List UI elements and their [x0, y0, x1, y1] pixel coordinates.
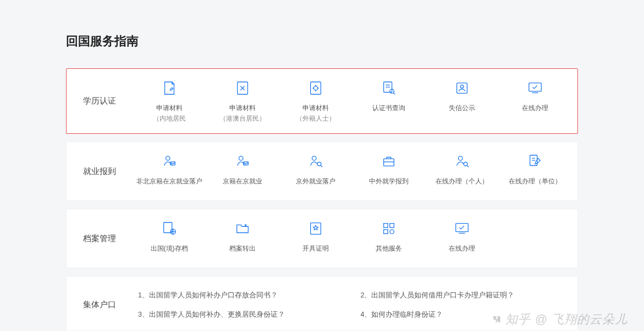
item-online-org[interactable]: 在线办理（单位） — [499, 150, 572, 189]
svg-point-8 — [166, 156, 170, 161]
item-nonbj-in-bj-settle[interactable]: 非北京籍在京就业落户 — [133, 150, 206, 189]
doc-write-icon — [160, 79, 179, 97]
item-sublabel: （外籍人士） — [296, 113, 335, 124]
svg-point-6 — [460, 85, 464, 88]
svg-point-16 — [464, 162, 468, 166]
item-cn-foreign-report[interactable]: 中外就学报到 — [353, 150, 426, 189]
folder-out-icon — [233, 219, 252, 238]
person-card-icon — [453, 79, 471, 97]
row-employment-report: 就业报到 非北京籍在京就业落户 京籍在京就业 京外就业落户 — [66, 142, 578, 201]
svg-point-2 — [313, 86, 318, 90]
doc-edit-icon — [233, 79, 252, 97]
item-label: 京籍在京就业 — [223, 176, 262, 187]
svg-rect-23 — [384, 230, 388, 234]
item-abroad-store[interactable]: 出国(境)存档 — [133, 217, 206, 256]
svg-rect-22 — [390, 224, 394, 228]
item-label: 在线办理 — [449, 243, 475, 254]
svg-point-13 — [317, 162, 321, 166]
svg-rect-1 — [311, 82, 321, 95]
svg-rect-21 — [384, 224, 388, 228]
row-employment-label: 就业报到 — [67, 150, 133, 193]
row-collective-hukou: 集体户口 1、出国留学人员如何补办户口存放合同书？ 2、出国留学人员如何借用户口… — [66, 276, 578, 331]
item-label: 申请材料 — [229, 103, 256, 113]
item-online-process[interactable]: 在线办理 — [499, 77, 572, 116]
doc-search-icon — [379, 79, 398, 97]
doc-pen-icon — [526, 152, 544, 171]
item-label: 非北京籍在京就业落户 — [136, 176, 202, 187]
faq-item-3[interactable]: 3、出国留学人员如何补办、更换居民身份证？ — [138, 310, 339, 319]
item-apply-material-foreign[interactable]: 申请材料 （外籍人士） — [279, 77, 352, 126]
row-archive-mgmt: 档案管理 出国(境)存档 档案转出 开具证明 — [66, 209, 578, 268]
monitor-check-icon — [453, 219, 471, 238]
faq-item-2[interactable]: 2、出国留学人员如何借用户口卡办理户籍证明？ — [361, 291, 562, 300]
item-label: 申请材料 — [156, 103, 183, 113]
item-label: 出国(境)存档 — [151, 243, 188, 254]
item-other-service[interactable]: 其他服务 — [353, 217, 426, 256]
faq-item-1[interactable]: 1、出国留学人员如何补办户口存放合同书？ — [138, 291, 339, 300]
svg-rect-25 — [456, 224, 469, 232]
grid-plus-icon — [379, 219, 398, 238]
monitor-check-icon — [526, 79, 544, 97]
svg-point-12 — [312, 156, 316, 161]
item-certificate-inquiry[interactable]: 认证书查询 — [353, 77, 426, 116]
row-collective-label: 集体户口 — [67, 281, 133, 328]
item-archive-out[interactable]: 档案转出 — [206, 217, 279, 256]
person-search-icon — [453, 152, 471, 171]
item-nonbj-work-settle[interactable]: 京外就业落户 — [279, 150, 352, 189]
doc-globe-icon — [160, 219, 179, 238]
item-issue-proof[interactable]: 开具证明 — [279, 217, 352, 256]
item-label: 在线办理 — [522, 103, 548, 113]
item-label: 京外就业落户 — [296, 176, 335, 187]
row-degree-auth-label: 学历认证 — [67, 77, 133, 126]
svg-point-10 — [239, 156, 243, 161]
svg-point-15 — [459, 156, 463, 161]
briefcase-icon — [379, 152, 398, 171]
item-label: 申请材料 — [302, 103, 329, 113]
svg-point-24 — [390, 230, 394, 234]
item-label: 失信公示 — [449, 103, 475, 113]
person-search-icon — [306, 152, 325, 171]
page-title: 回国服务指南 — [66, 33, 578, 50]
item-sublabel: （港澳台居民） — [219, 113, 266, 124]
row-degree-auth: 学历认证 申请材料 （内地居民 申请材料 （港澳台居民） 申请材料 — [66, 68, 578, 134]
item-sublabel: （内地居民 — [153, 113, 186, 124]
item-bj-in-bj-work[interactable]: 京籍在京就业 — [206, 150, 279, 189]
person-mail-icon — [233, 152, 252, 171]
faq-item-4[interactable]: 4、如何办理临时身份证？ — [361, 310, 562, 319]
item-label: 档案转出 — [229, 243, 256, 254]
row-archive-label: 档案管理 — [67, 217, 133, 260]
item-label: 中外就学报到 — [369, 176, 409, 187]
item-label: 认证书查询 — [372, 103, 405, 113]
item-apply-material-mainland[interactable]: 申请材料 （内地居民 — [133, 77, 206, 126]
item-label: 开具证明 — [302, 243, 329, 254]
doc-gear-icon — [306, 79, 325, 97]
item-online-archive[interactable]: 在线办理 — [426, 217, 499, 256]
item-apply-material-ghmt[interactable]: 申请材料 （港澳台居民） — [206, 77, 279, 126]
item-online-personal[interactable]: 在线办理（个人） — [426, 150, 499, 189]
item-label: 其他服务 — [376, 243, 402, 254]
item-label: 在线办理（单位） — [509, 176, 562, 187]
svg-rect-7 — [529, 83, 542, 91]
svg-rect-14 — [384, 159, 394, 166]
item-discredit-publicity[interactable]: 失信公示 — [426, 77, 499, 116]
doc-star-icon — [306, 219, 325, 238]
person-mail-icon — [160, 152, 179, 171]
item-label: 在线办理（个人） — [436, 176, 488, 187]
